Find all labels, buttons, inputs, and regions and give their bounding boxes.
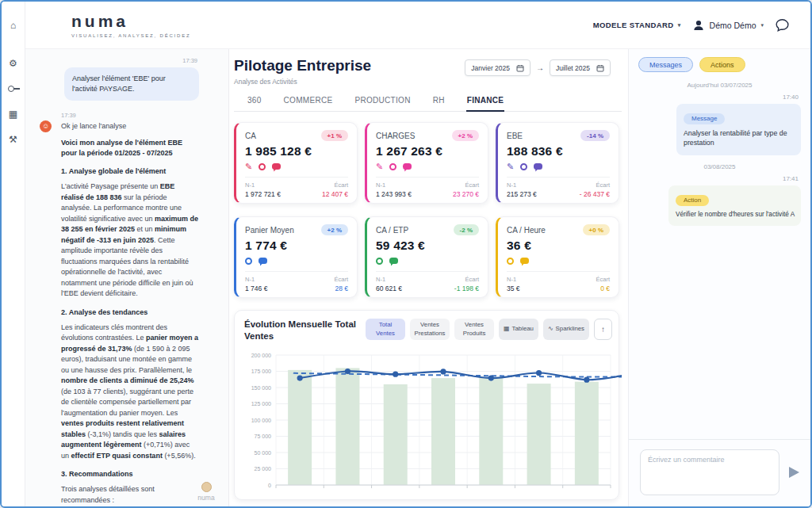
kpi-card-panier-moyen: Panier Moyen+2 %1 774 €N-11 746 €Écart28… — [234, 216, 358, 298]
kpi-trend-badge: +2 % — [321, 224, 348, 235]
key-icon[interactable] — [8, 86, 14, 92]
chart-btn-ventes-produits[interactable]: Ventes Produits — [454, 319, 494, 340]
n1-label: N-1 — [245, 181, 281, 189]
kpi-card-ca-etp: CA / ETP-2 %59 423 €N-160 621 €Écart-1 1… — [365, 216, 488, 298]
n1-value: 1 972 721 € — [245, 190, 281, 198]
model-selector[interactable]: MODELE STANDARD ▾ — [593, 21, 681, 29]
pill-actions[interactable]: Actions — [699, 57, 745, 72]
comment-icon[interactable] — [259, 258, 267, 264]
numa-watermark-label: numa — [189, 494, 224, 502]
chat-bubble-icon[interactable] — [775, 17, 790, 32]
feed-item-text: Analyser la rentabilité par type de pres… — [684, 128, 794, 149]
date-to-value: Juillet 2025 — [556, 64, 590, 72]
n1-label: N-1 — [376, 276, 402, 283]
donut-chart-icon[interactable] — [259, 163, 266, 170]
comment-icon[interactable] — [534, 163, 542, 170]
ecart-label: Écart — [322, 181, 348, 189]
feed-item-time: 17:40 — [641, 94, 799, 101]
date-from-picker[interactable]: Janvier 2025 — [465, 59, 530, 76]
bot-analysis-text: Voici mon analyse de l'élément EBE pour … — [61, 138, 199, 506]
kpi-label: CA / Heure — [507, 226, 546, 235]
comment-icon[interactable] — [520, 258, 529, 264]
user-name: Démo Démo — [710, 21, 756, 30]
analysis-heading: 1. Analyse globale de l'élément — [61, 166, 199, 177]
calendar-icon — [596, 64, 604, 72]
edit-icon[interactable]: ✎ — [507, 162, 514, 171]
bot-ack-message: Ok je lance l'analyse — [61, 122, 199, 130]
tab-finance[interactable]: FINANCE — [466, 93, 505, 112]
feed-item-message[interactable]: MessageAnalyser la rentabilité par type … — [676, 104, 801, 155]
kpi-card-ca: CA+1 %1 985 128 €✎N-11 972 721 €Écart12 … — [234, 122, 358, 204]
kpi-label: CA / ETP — [376, 226, 408, 235]
brand-tagline: VISUALISEZ, ANALYSEZ, DÉCIDEZ — [71, 33, 190, 38]
kpi-trend-badge: +2 % — [452, 130, 479, 141]
donut-chart-icon[interactable] — [520, 163, 527, 170]
ecart-value: - 26 437 € — [580, 190, 610, 198]
tab-rh[interactable]: RH — [432, 93, 446, 111]
home-icon[interactable]: ⌂ — [10, 21, 16, 30]
sparkline-icon: ∿ — [548, 325, 553, 333]
n1-label: N-1 — [507, 181, 537, 189]
chart-btn-total-ventes[interactable]: Total Ventes — [366, 319, 405, 340]
comment-input[interactable] — [640, 449, 779, 495]
bot-message-time: 17:39 — [61, 112, 199, 119]
chart-btn-tableau[interactable]: ▦Tableau — [499, 319, 538, 340]
tab-production[interactable]: PRODUCTION — [354, 93, 411, 111]
kpi-trend-badge: -14 % — [580, 130, 610, 141]
user-message-time: 17:39 — [61, 57, 197, 64]
tab-360[interactable]: 360 — [247, 93, 262, 111]
ecart-value: 28 € — [334, 285, 348, 292]
analysis-heading: 3. Recommandations — [61, 469, 199, 479]
tab-commerce[interactable]: COMMERCE — [283, 93, 334, 111]
page-subtitle: Analyse des Activités — [234, 78, 371, 86]
chart-btn--[interactable]: ↑ — [594, 319, 612, 340]
feed-date-header: Aujourd'hui 03/07/2025 — [638, 82, 801, 89]
send-icon[interactable] — [789, 467, 799, 478]
kpi-card-ebe: EBE-14 %188 836 €✎N-1215 273 €Écart- 26 … — [496, 122, 619, 204]
user-avatar-icon — [692, 19, 705, 32]
donut-chart-icon[interactable] — [245, 258, 252, 265]
kpi-label: EBE — [507, 132, 523, 140]
chart-card: Évolution Mensuelle Total Ventes Total V… — [234, 310, 619, 500]
kpi-trend-badge: -2 % — [454, 224, 479, 235]
comment-icon[interactable] — [403, 163, 412, 170]
chart-title: Évolution Mensuelle Total Ventes — [244, 319, 366, 342]
activity-tabs: 360COMMERCEPRODUCTIONRHFINANCE — [234, 93, 622, 112]
comment-composer — [629, 439, 810, 506]
svg-text:0: 0 — [268, 482, 271, 487]
calendar-icon — [516, 64, 524, 72]
svg-text:25 000: 25 000 — [255, 466, 272, 472]
user-chat-message: Analyser l'élément 'EBE' pour l'activité… — [64, 67, 199, 101]
page-title: Pilotage Entreprise — [234, 57, 371, 74]
kpi-value: 1 985 128 € — [245, 144, 348, 159]
donut-chart-icon[interactable] — [389, 163, 396, 170]
donut-chart-icon[interactable] — [507, 258, 514, 265]
donut-chart-icon[interactable] — [376, 258, 383, 265]
feed-item-action[interactable]: ActionVérifier le nombre d'heures sur l'… — [668, 185, 801, 226]
user-menu[interactable]: Démo Démo ▾ — [692, 19, 764, 32]
table-icon[interactable]: ▦ — [9, 109, 17, 119]
date-to-picker[interactable]: Juillet 2025 — [550, 59, 611, 76]
topbar: numa VISUALISEZ, ANALYSEZ, DÉCIDEZ MODEL… — [25, 2, 810, 49]
kpi-value: 1 774 € — [245, 239, 348, 253]
analysis-paragraph: Trois analyses détaillées sont recommand… — [61, 484, 199, 506]
chart-btn-sparklines[interactable]: ∿Sparklines — [543, 319, 589, 340]
feed-list: Aujourd'hui 03/07/202517:40MessageAnalys… — [638, 82, 801, 226]
tools-icon[interactable]: ⚒ — [9, 135, 17, 144]
pill-messages[interactable]: Messages — [638, 57, 693, 72]
n1-value: 215 273 € — [507, 190, 537, 198]
arrow-right-icon: → — [536, 63, 544, 72]
analysis-heading: Voici mon analyse de l'élément EBE pour … — [61, 138, 199, 159]
n1-value: 60 621 € — [376, 285, 402, 292]
settings-icon[interactable]: ⚙ — [9, 59, 17, 68]
chevron-down-icon: ▾ — [760, 22, 764, 29]
edit-icon[interactable]: ✎ — [376, 162, 383, 171]
feed-item-time: 17:41 — [641, 175, 799, 182]
ecart-label: Écart — [453, 181, 479, 189]
comment-icon[interactable] — [389, 258, 398, 264]
feed-item-badge: Action — [676, 195, 709, 206]
edit-icon[interactable]: ✎ — [245, 162, 252, 171]
chart-btn-ventes-prestations[interactable]: Ventes Prestations — [410, 319, 450, 340]
svg-text:200 000: 200 000 — [251, 352, 271, 357]
comment-icon[interactable] — [272, 163, 281, 170]
